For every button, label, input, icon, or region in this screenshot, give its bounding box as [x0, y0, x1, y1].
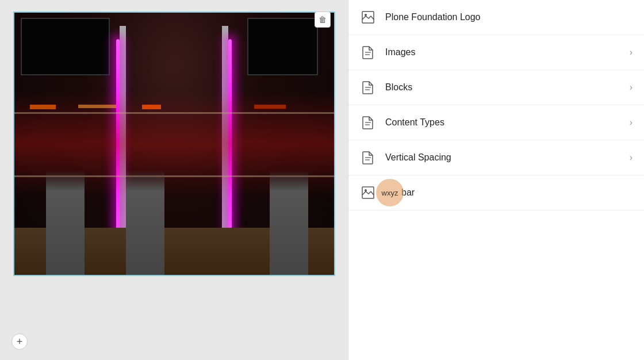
- doc-icon-content-types: [360, 114, 376, 131]
- delete-button[interactable]: 🗑: [315, 12, 331, 28]
- tv-left: [21, 18, 110, 75]
- image-icon-plone: [360, 9, 376, 25]
- menu-item-blocks[interactable]: Blocks ›: [348, 70, 644, 105]
- doc-icon-blocks: [360, 79, 376, 95]
- menu-item-plone-foundation-logo[interactable]: Plone Foundation Logo: [348, 0, 644, 35]
- menu-item-images[interactable]: Images ›: [348, 35, 644, 70]
- color-accent-blocks: [14, 105, 334, 108]
- menu-label-wxyz-bar: bar: [401, 187, 632, 198]
- doc-icon-images: [360, 44, 376, 60]
- tv-right: [247, 18, 317, 75]
- menu-label-vertical-spacing: Vertical Spacing: [385, 152, 630, 163]
- menu-label-images: Images: [385, 47, 630, 58]
- add-block-button[interactable]: +: [12, 334, 28, 350]
- left-panel: 🗑 +: [0, 0, 348, 360]
- shelf-1: [14, 112, 334, 114]
- menu-list: Plone Foundation Logo Images ›: [348, 0, 644, 210]
- menu-label-plone-foundation-logo: Plone Foundation Logo: [385, 12, 632, 22]
- menu-label-blocks: Blocks: [385, 82, 630, 93]
- bar-stool-2: [126, 170, 164, 275]
- menu-item-content-types[interactable]: Content Types ›: [348, 105, 644, 140]
- image-icon-wxyz: [360, 185, 376, 201]
- chevron-icon-blocks: ›: [630, 82, 632, 93]
- wxyz-badge: wxyz: [376, 179, 404, 206]
- menu-label-content-types: Content Types: [385, 117, 630, 128]
- image-container: [13, 12, 335, 276]
- bar-stool-3: [270, 170, 308, 275]
- bar-image: [14, 13, 334, 275]
- right-panel: Plone Foundation Logo Images ›: [348, 0, 644, 360]
- bar-stool-1: [46, 170, 85, 275]
- chevron-icon-images: ›: [630, 47, 632, 58]
- menu-item-vertical-spacing[interactable]: Vertical Spacing ›: [348, 140, 644, 175]
- chevron-icon-content-types: ›: [630, 117, 632, 128]
- menu-item-wxyz-bar[interactable]: wxyz bar: [348, 175, 644, 210]
- chevron-icon-vertical-spacing: ›: [630, 152, 632, 163]
- doc-icon-vertical-spacing: [360, 150, 376, 166]
